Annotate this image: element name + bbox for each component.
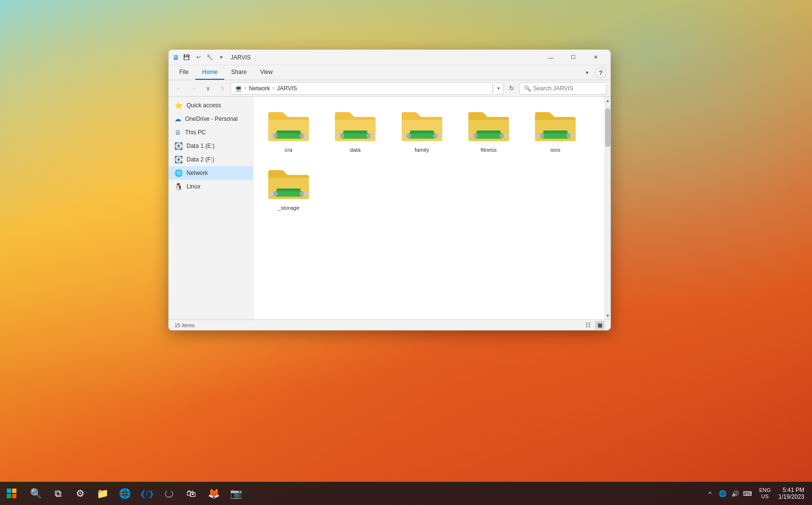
svg-point-14 xyxy=(370,134,374,138)
content-area: ⭐ Quick access ☁ OneDrive - Personal 🖥 T… xyxy=(169,97,610,319)
sidebar-item-quick-access[interactable]: ⭐ Quick access xyxy=(169,99,253,112)
folder-fitness[interactable]: fitness xyxy=(457,102,520,157)
svg-rect-16 xyxy=(407,133,436,139)
svg-point-20 xyxy=(437,134,441,138)
taskbar-app-icons: 🔍 ⧉ ⚙ 📁 🌐 ❮/❯ 〈_〉 🛍 🦊 📷 xyxy=(23,483,248,504)
large-icons-view-button[interactable]: ◼ xyxy=(595,321,605,330)
svg-rect-3 xyxy=(12,494,16,498)
folder-isos[interactable]: isos xyxy=(524,102,587,157)
taskbar-store[interactable]: 🛍 xyxy=(181,483,202,504)
sidebar-label-this-pc: This PC xyxy=(185,129,206,136)
address-dropdown-button[interactable]: ▾ xyxy=(494,82,503,95)
maximize-button[interactable]: ☐ xyxy=(562,50,584,65)
folder-storage-icon xyxy=(264,164,313,203)
tab-home[interactable]: Home xyxy=(195,65,224,80)
taskbar-right-area: ^ 🌐 🔊 ⌨ ENG US 5:41 PM 1/19/2023 xyxy=(702,487,812,500)
sidebar-item-onedrive[interactable]: ☁ OneDrive - Personal xyxy=(169,112,253,126)
sidebar-label-data1: Data 1 (E:) xyxy=(187,143,215,149)
taskbar-taskview[interactable]: ⧉ xyxy=(47,483,69,504)
taskbar-search[interactable]: 🔍 xyxy=(25,483,46,504)
taskbar-settings[interactable]: ⚙ xyxy=(70,483,91,504)
folder-cra[interactable]: cra xyxy=(257,102,320,157)
status-bar: 15 items ☷ ◼ xyxy=(169,319,610,330)
scroll-up-button[interactable]: ▲ xyxy=(605,97,610,104)
folder-family[interactable]: family xyxy=(391,102,453,157)
scroll-thumb[interactable] xyxy=(605,108,610,147)
svg-point-32 xyxy=(570,134,574,138)
taskbar-tray: ^ 🌐 🔊 ⌨ xyxy=(702,489,755,498)
taskbar-photos[interactable]: 📷 xyxy=(225,483,246,504)
data1-icon: 💽 xyxy=(174,142,183,150)
recent-locations-button[interactable]: ∨ xyxy=(202,82,214,95)
taskbar-vscode[interactable]: ❮/❯ xyxy=(136,483,158,504)
forward-button[interactable]: → xyxy=(187,82,200,95)
taskbar-explorer[interactable]: 📁 xyxy=(92,483,113,504)
tray-chevron[interactable]: ^ xyxy=(705,489,715,498)
svg-point-13 xyxy=(336,134,340,138)
svg-point-7 xyxy=(270,134,274,138)
ribbon-expand-button[interactable]: ▾ xyxy=(581,67,593,78)
ribbon-tab-bar: File Home Share View ▾ ? xyxy=(169,65,610,80)
window-icon: 🖥 xyxy=(173,54,179,61)
taskbar-firefox[interactable]: 🦊 xyxy=(203,483,224,504)
path-icon: 💻 xyxy=(235,85,242,92)
sidebar-label-network: Network xyxy=(187,170,208,176)
folder-isos-label: isos xyxy=(551,147,560,153)
address-path[interactable]: 💻 > Network > JARVIS xyxy=(231,82,493,95)
taskbar-language[interactable]: ENG US xyxy=(757,487,773,500)
search-icon: 🔍 xyxy=(524,85,531,92)
minimize-button[interactable]: — xyxy=(540,50,562,65)
sidebar-label-onedrive: OneDrive - Personal xyxy=(185,115,238,122)
svg-point-25 xyxy=(470,134,474,138)
folder-data-icon xyxy=(331,106,379,145)
tab-view[interactable]: View xyxy=(253,65,279,80)
folder-fitness-icon xyxy=(464,106,513,145)
back-button[interactable]: ← xyxy=(173,82,185,95)
folder-data-label: data xyxy=(350,147,361,153)
onedrive-icon: ☁ xyxy=(174,115,181,123)
up-button[interactable]: ↑ xyxy=(216,82,229,95)
taskbar-clock[interactable]: 5:41 PM 1/19/2023 xyxy=(775,487,808,500)
sidebar-item-network[interactable]: 🌐 Network xyxy=(169,166,253,180)
tray-volume[interactable]: 🔊 xyxy=(730,489,740,498)
sidebar-item-this-pc[interactable]: 🖥 This PC xyxy=(169,126,253,139)
start-button[interactable] xyxy=(0,482,23,505)
search-box[interactable]: 🔍 xyxy=(520,82,607,95)
details-view-button[interactable]: ☷ xyxy=(583,321,593,330)
sidebar-item-linux[interactable]: 🐧 Linux xyxy=(169,180,253,193)
customize-button[interactable]: ▾ xyxy=(216,52,227,63)
tab-file[interactable]: File xyxy=(173,65,195,80)
tray-network[interactable]: 🌐 xyxy=(718,489,727,498)
save-button[interactable]: 💾 xyxy=(181,52,192,63)
properties-button[interactable]: 🔧 xyxy=(204,52,215,63)
svg-point-37 xyxy=(270,192,274,196)
tray-keyboard[interactable]: ⌨ xyxy=(743,489,753,498)
path-segment-jarvis[interactable]: JARVIS xyxy=(277,85,297,92)
folder-storage[interactable]: _storage xyxy=(257,160,320,215)
svg-point-38 xyxy=(304,192,307,196)
undo-button[interactable]: ↩ xyxy=(193,52,203,63)
vertical-scrollbar[interactable]: ▲ ▼ xyxy=(605,97,610,319)
this-pc-icon: 🖥 xyxy=(174,129,181,136)
folder-fitness-label: fitness xyxy=(480,147,496,153)
help-button[interactable]: ? xyxy=(595,67,607,78)
close-button[interactable]: ✕ xyxy=(584,50,607,65)
ribbon: File Home Share View ▾ ? xyxy=(169,65,610,80)
sidebar-item-data1[interactable]: 💽 Data 1 (E:) xyxy=(169,139,253,153)
taskbar-edge[interactable]: 🌐 xyxy=(114,483,135,504)
folder-isos-icon xyxy=(531,106,580,145)
folder-data[interactable]: data xyxy=(324,102,387,157)
path-segment-network[interactable]: Network xyxy=(249,85,270,92)
svg-rect-28 xyxy=(541,133,570,139)
taskbar-terminal[interactable]: 〈_〉 xyxy=(159,483,180,504)
sidebar-label-data2: Data 2 (F:) xyxy=(187,156,214,163)
folder-storage-label: _storage xyxy=(278,205,300,211)
svg-rect-39 xyxy=(276,188,301,191)
sidebar-item-data2[interactable]: 💽 Data 2 (F:) xyxy=(169,153,253,166)
refresh-button[interactable]: ↻ xyxy=(505,82,518,95)
address-bar: ← → ∨ ↑ 💻 > Network > JARVIS ▾ ↻ 🔍 xyxy=(169,80,610,97)
tab-share[interactable]: Share xyxy=(224,65,253,80)
scroll-down-button[interactable]: ▼ xyxy=(605,312,610,319)
search-input[interactable] xyxy=(533,85,602,92)
svg-rect-34 xyxy=(274,191,303,197)
